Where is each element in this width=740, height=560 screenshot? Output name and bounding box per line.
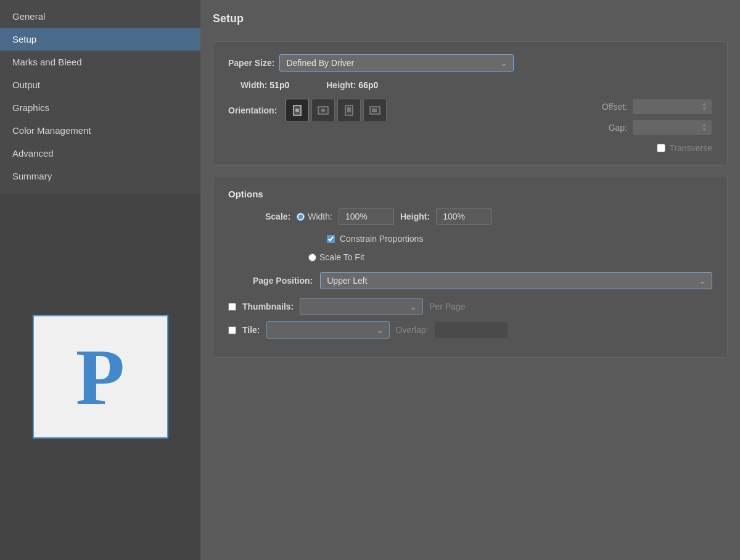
height-label: Height: 66p0 — [326, 80, 378, 90]
tile-row: Tile: Overlap: — [228, 321, 712, 339]
gap-label: Gap: — [596, 123, 627, 133]
page-position-select-wrapper: Upper Left Upper Right Lower Left Lower … — [320, 272, 712, 289]
page-position-row: Page Position: Upper Left Upper Right Lo… — [253, 272, 712, 289]
thumbnails-checkbox[interactable] — [228, 303, 236, 311]
width-radio-label[interactable]: Width: — [297, 212, 332, 221]
offset-row: Offset: ▲ ▼ — [596, 99, 712, 115]
gap-spinner-arrows[interactable]: ▲ ▼ — [702, 123, 707, 133]
transverse-row: Transverse — [596, 143, 712, 153]
orientation-portrait-button[interactable] — [286, 99, 309, 122]
sidebar-item-color-management[interactable]: Color Management — [0, 119, 200, 142]
svg-rect-7 — [372, 109, 377, 112]
sidebar-item-summary[interactable]: Summary — [0, 165, 200, 187]
paper-size-select[interactable]: Defined By Driver Letter Legal A4 A3 — [279, 54, 514, 72]
paper-size-select-wrapper: Defined By Driver Letter Legal A4 A3 — [279, 54, 514, 72]
orientation-buttons — [286, 99, 387, 122]
thumbnails-select-wrapper — [300, 298, 423, 315]
page-position-label: Page Position: — [253, 276, 313, 286]
width-radio[interactable] — [297, 213, 305, 221]
constrain-label: Constrain Proportions — [340, 234, 423, 244]
thumbnails-label: Thumbnails: — [242, 302, 294, 311]
options-title: Options — [228, 189, 712, 199]
offset-spinner-arrows[interactable]: ▲ ▼ — [702, 102, 707, 112]
overlap-label: Overlap: — [396, 325, 429, 335]
main-content: Setup Paper Size: Defined By Driver Lett… — [200, 0, 740, 560]
sidebar-item-general[interactable]: General — [0, 5, 200, 28]
paper-size-label: Paper Size: — [228, 58, 274, 68]
height-value: 66p0 — [358, 80, 378, 90]
dimensions-row: Width: 51p0 Height: 66p0 — [240, 80, 712, 90]
transverse-checkbox[interactable] — [657, 144, 665, 152]
orientation-landscape-flip-button[interactable] — [363, 99, 387, 122]
orientation-portrait-flip-button[interactable] — [337, 99, 361, 122]
sidebar-item-setup[interactable]: Setup — [0, 28, 200, 51]
width-label: Width: 51p0 — [240, 80, 289, 90]
sidebar-item-marks-and-bleed[interactable]: Marks and Bleed — [0, 51, 200, 73]
height-label-options: Height: — [400, 212, 430, 221]
scale-to-fit-label[interactable]: Scale To Fit — [308, 252, 364, 262]
thumbnails-select[interactable] — [300, 298, 423, 315]
paper-size-row: Paper Size: Defined By Driver Letter Leg… — [228, 54, 712, 72]
transverse-label: Transverse — [669, 143, 712, 153]
sidebar-item-advanced[interactable]: Advanced — [0, 142, 200, 165]
orientation-row: Orientation: — [228, 99, 387, 122]
scale-to-fit-radio[interactable] — [308, 253, 316, 261]
setup-panel: Paper Size: Defined By Driver Letter Leg… — [213, 41, 728, 166]
preview-box: P — [33, 315, 168, 439]
scale-to-fit-row: Scale To Fit — [308, 252, 712, 262]
overlap-input[interactable] — [434, 321, 508, 339]
scale-row: Scale: Width: Height: — [228, 208, 712, 225]
sidebar-item-graphics[interactable]: Graphics — [0, 96, 200, 119]
thumbnails-row: Thumbnails: Per Page — [228, 298, 712, 315]
constrain-row: Constrain Proportions — [327, 234, 712, 244]
options-panel: Options Scale: Width: Height: Constrain … — [213, 176, 728, 358]
gap-input[interactable]: ▲ ▼ — [632, 120, 712, 136]
width-value: 51p0 — [269, 80, 289, 90]
orientation-offset-row: Orientation: — [228, 99, 712, 153]
tile-select-wrapper — [266, 321, 390, 339]
height-input[interactable] — [436, 208, 491, 225]
offset-gap-section: Offset: ▲ ▼ Gap: ▲ — [596, 99, 712, 153]
orientation-label: Orientation: — [228, 105, 277, 115]
tile-select[interactable] — [266, 321, 390, 339]
svg-point-1 — [295, 109, 299, 112]
constrain-checkbox[interactable] — [327, 235, 335, 243]
offset-label: Offset: — [596, 102, 627, 112]
page-title: Setup — [213, 12, 728, 25]
tile-label: Tile: — [242, 325, 260, 335]
svg-point-3 — [321, 109, 325, 112]
tile-checkbox[interactable] — [228, 326, 236, 334]
width-input[interactable] — [339, 208, 394, 225]
gap-row: Gap: ▲ ▼ — [596, 120, 712, 136]
page-position-select[interactable]: Upper Left Upper Right Lower Left Lower … — [320, 272, 712, 289]
svg-rect-5 — [347, 107, 351, 112]
sidebar: General Setup Marks and Bleed Output Gra… — [0, 0, 200, 560]
per-page-label: Per Page — [429, 302, 465, 311]
sidebar-item-output[interactable]: Output — [0, 73, 200, 96]
offset-input[interactable]: ▲ ▼ — [632, 99, 712, 115]
orientation-landscape-button[interactable] — [311, 99, 335, 122]
scale-label: Scale: — [265, 212, 290, 221]
preview-area: P — [0, 194, 200, 560]
preview-letter: P — [76, 337, 125, 417]
